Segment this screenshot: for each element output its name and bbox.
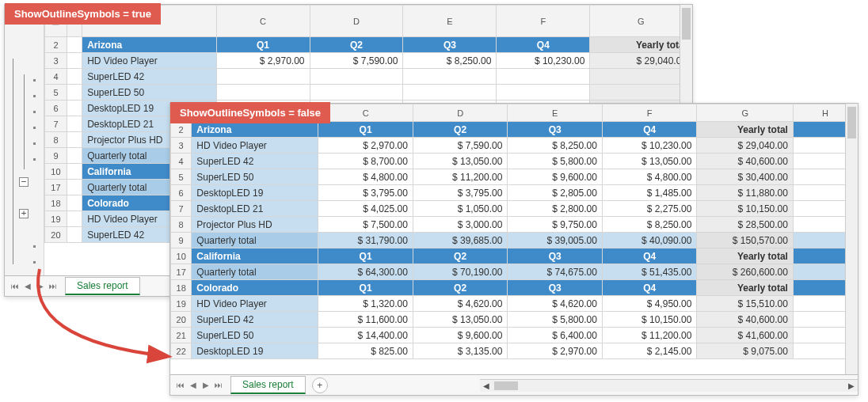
row-header[interactable]: 18 xyxy=(45,195,67,211)
cell[interactable]: Q1 xyxy=(318,122,413,138)
cell[interactable]: $ 10,150.00 xyxy=(697,201,794,217)
tab-nav-prev-icon[interactable]: ◀ xyxy=(22,282,33,290)
cell[interactable]: $ 6,400.00 xyxy=(508,328,603,343)
worksheet-grid[interactable]: B C D E F G H 2ArizonaQ1Q2Q3Q4Yearly tot… xyxy=(170,104,858,359)
cell[interactable] xyxy=(67,69,82,85)
cell[interactable]: Yearly total xyxy=(697,248,794,264)
cell[interactable]: Projector Plus HD xyxy=(192,217,318,233)
row-header[interactable]: 9 xyxy=(45,148,67,164)
col-header-F[interactable]: F xyxy=(497,6,590,37)
cell[interactable]: $ 4,025.00 xyxy=(318,201,413,217)
cell[interactable]: $ 7,590.00 xyxy=(310,53,403,69)
cell[interactable]: $ 40,600.00 xyxy=(697,312,794,328)
outline-collapse-icon[interactable]: − xyxy=(19,177,29,187)
row-header[interactable]: 7 xyxy=(45,116,67,132)
col-header-E[interactable]: E xyxy=(508,104,603,122)
cell[interactable]: Arizona xyxy=(192,122,318,138)
table-row[interactable]: 5SuperLED 50$ 4,800.00$ 11,200.00$ 9,600… xyxy=(171,169,858,185)
cell[interactable] xyxy=(67,132,82,148)
col-header-C[interactable]: C xyxy=(318,104,413,122)
row-header[interactable]: 7 xyxy=(171,201,192,217)
cell[interactable]: $ 74,675.00 xyxy=(508,264,603,280)
add-sheet-button[interactable]: + xyxy=(312,377,328,393)
cell[interactable]: $ 70,190.00 xyxy=(413,264,508,280)
cell[interactable]: $ 3,795.00 xyxy=(318,185,413,201)
tab-nav-next-icon[interactable]: ▶ xyxy=(35,282,46,290)
col-header-C[interactable]: C xyxy=(216,6,310,37)
cell[interactable]: $ 5,800.00 xyxy=(508,154,603,169)
cell[interactable]: $ 15,510.00 xyxy=(697,296,794,312)
cell[interactable]: Yearly total xyxy=(590,37,692,53)
row-header[interactable]: 8 xyxy=(171,217,192,233)
cell[interactable]: SuperLED 50 xyxy=(192,169,318,185)
cell[interactable]: $ 8,250.00 xyxy=(403,53,497,69)
cell[interactable]: HD Video Player xyxy=(192,138,318,154)
row-header[interactable]: 3 xyxy=(45,53,67,69)
table-row[interactable]: 21SuperLED 50$ 14,400.00$ 9,600.00$ 6,40… xyxy=(171,328,858,343)
table-row[interactable]: 8Projector Plus HD$ 7,500.00$ 3,000.00$ … xyxy=(171,217,858,233)
cell[interactable]: $ 10,150.00 xyxy=(602,312,697,328)
cell[interactable]: $ 8,250.00 xyxy=(602,217,697,233)
row-header[interactable]: 2 xyxy=(45,37,67,53)
cell[interactable]: $ 7,500.00 xyxy=(318,217,413,233)
row-header[interactable]: 2 xyxy=(171,122,192,138)
cell[interactable] xyxy=(310,69,403,85)
col-header-E[interactable]: E xyxy=(403,6,497,37)
row-header[interactable]: 4 xyxy=(45,69,67,85)
table-row[interactable]: 2ArizonaQ1Q2Q3Q4Yearly total xyxy=(45,37,692,53)
cell[interactable]: $ 2,970.00 xyxy=(508,343,603,359)
tab-nav-last-icon[interactable]: ⏭ xyxy=(48,282,59,290)
table-row[interactable]: 3HD Video Player$ 2,970.00$ 7,590.00$ 8,… xyxy=(45,53,692,69)
row-header[interactable]: 5 xyxy=(171,169,192,185)
row-header[interactable]: 21 xyxy=(171,328,192,343)
table-row[interactable]: 6DesktopLED 19$ 3,795.00$ 3,795.00$ 2,80… xyxy=(171,185,858,201)
table-row[interactable]: 4SuperLED 42$ 8,700.00$ 13,050.00$ 5,800… xyxy=(171,154,858,169)
cell[interactable] xyxy=(67,180,82,195)
sheet-tab-active[interactable]: Sales report xyxy=(65,277,140,295)
cell[interactable]: HD Video Player xyxy=(192,296,318,312)
cell[interactable]: $ 40,090.00 xyxy=(602,233,697,248)
cell[interactable]: Q3 xyxy=(508,248,603,264)
cell[interactable]: $ 9,075.00 xyxy=(697,343,794,359)
scroll-left-icon[interactable]: ◀ xyxy=(480,381,493,390)
cell[interactable]: $ 10,230.00 xyxy=(497,53,590,69)
table-row[interactable]: 19HD Video Player$ 1,320.00$ 4,620.00$ 4… xyxy=(171,296,858,312)
col-header-F[interactable]: F xyxy=(602,104,697,122)
cell[interactable]: $ 2,145.00 xyxy=(602,343,697,359)
cell[interactable]: $ 1,050.00 xyxy=(413,201,508,217)
cell[interactable]: Q3 xyxy=(403,37,497,53)
cell[interactable] xyxy=(497,69,590,85)
row-header[interactable]: 20 xyxy=(45,227,67,243)
table-row[interactable]: 5SuperLED 50 xyxy=(45,85,692,100)
tab-nav-first-icon[interactable]: ⏮ xyxy=(10,282,21,290)
cell[interactable]: $ 51,435.00 xyxy=(602,264,697,280)
cell[interactable] xyxy=(67,148,82,164)
cell[interactable] xyxy=(67,164,82,180)
cell[interactable]: $ 14,400.00 xyxy=(318,328,413,343)
cell[interactable]: Q3 xyxy=(508,122,603,138)
cell[interactable]: $ 9,600.00 xyxy=(413,328,508,343)
cell[interactable]: $ 11,880.00 xyxy=(697,185,794,201)
cell[interactable]: Q3 xyxy=(508,280,603,296)
cell[interactable]: Yearly total xyxy=(697,122,794,138)
cell[interactable] xyxy=(67,85,82,100)
table-row[interactable]: 17Quarterly total$ 64,300.00$ 70,190.00$… xyxy=(171,264,858,280)
cell[interactable]: Q1 xyxy=(318,280,413,296)
cell[interactable]: Q2 xyxy=(413,280,508,296)
cell[interactable]: $ 4,800.00 xyxy=(602,169,697,185)
cell[interactable] xyxy=(590,69,692,85)
cell[interactable]: $ 11,200.00 xyxy=(602,328,697,343)
cell[interactable]: Q2 xyxy=(413,248,508,264)
row-header[interactable]: 6 xyxy=(45,100,67,116)
row-header[interactable]: 8 xyxy=(45,132,67,148)
col-header-G[interactable]: G xyxy=(697,104,794,122)
table-row[interactable]: 4SuperLED 42 xyxy=(45,69,692,85)
cell[interactable]: $ 1,485.00 xyxy=(602,185,697,201)
row-header[interactable]: 18 xyxy=(171,280,192,296)
cell[interactable]: $ 39,005.00 xyxy=(508,233,603,248)
cell[interactable]: $ 11,600.00 xyxy=(318,312,413,328)
cell[interactable] xyxy=(497,85,590,100)
cell[interactable] xyxy=(216,85,310,100)
cell[interactable]: SuperLED 50 xyxy=(192,328,318,343)
cell[interactable]: $ 40,600.00 xyxy=(697,154,794,169)
